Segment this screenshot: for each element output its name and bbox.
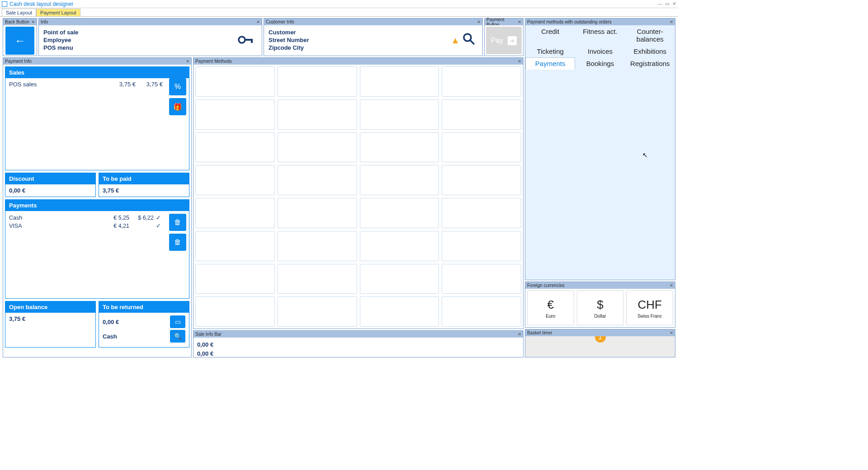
- panel-close-icon[interactable]: ✕: [31, 19, 35, 24]
- titlebar: Cash desk layout designer — ▭ ✕: [0, 0, 678, 8]
- panel-close-icon[interactable]: ✕: [518, 332, 521, 337]
- tab-payments[interactable]: Payments: [525, 57, 575, 70]
- tab-strip: Sale Layout Payment Layout: [0, 8, 678, 17]
- payments-block: Payments Cash € 5,25 $ 6,22 ✓ VISA € 4,2…: [5, 199, 189, 299]
- panel-title: Sale Info Bar: [195, 332, 518, 337]
- panel-title: Basket timer: [527, 330, 670, 335]
- payment-method-slot[interactable]: [442, 66, 521, 97]
- payment-method-slot[interactable]: [278, 165, 357, 195]
- payment-method-slot[interactable]: [278, 66, 357, 97]
- tab-credit[interactable]: Credit: [525, 25, 575, 45]
- panel-close-icon[interactable]: ✕: [477, 19, 481, 24]
- outstanding-tabs: Credit Fitness act. Counter-balances Tic…: [525, 25, 675, 70]
- tab-registrations[interactable]: Registrations: [625, 57, 675, 70]
- payment-method-slot[interactable]: [195, 132, 275, 163]
- panel-close-icon[interactable]: ✕: [670, 283, 673, 288]
- payment-method-slot[interactable]: [360, 231, 439, 261]
- warning-icon[interactable]: ▲: [451, 35, 460, 46]
- search-icon[interactable]: [462, 33, 475, 48]
- currency-name: Swiss Franc: [637, 314, 662, 319]
- payment-method-slot[interactable]: [442, 99, 521, 130]
- payments-header: Payments: [5, 200, 189, 211]
- payment-method-slot[interactable]: [360, 66, 439, 97]
- payment-row: Cash € 5,25 $ 6,22 ✓: [9, 214, 163, 222]
- sales-block: Sales POS sales 3,75 € 3,75 € % 🎁: [5, 66, 189, 170]
- payment-method-slot[interactable]: [360, 165, 439, 195]
- payment-method-slot[interactable]: [195, 99, 275, 130]
- close-icon[interactable]: ✕: [672, 1, 676, 7]
- panel-close-icon[interactable]: ✕: [186, 59, 189, 64]
- percent-button[interactable]: %: [169, 78, 186, 95]
- tab-counter-balances[interactable]: Counter-balances: [625, 25, 675, 45]
- delete-payment-button[interactable]: 🗑: [169, 214, 186, 231]
- payment-method-slot[interactable]: [442, 264, 521, 294]
- currency-tile-euro[interactable]: € Euro: [527, 291, 574, 325]
- payment-method-slot[interactable]: [195, 165, 275, 195]
- payment-method-slot[interactable]: [442, 231, 521, 261]
- open-balance-value: 3,75 €: [9, 315, 25, 322]
- payment-method-slot[interactable]: [278, 99, 357, 130]
- maximize-icon[interactable]: ▭: [665, 1, 670, 7]
- tab-fitness-act[interactable]: Fitness act.: [575, 25, 625, 45]
- customer-line3: Zipcode City: [269, 44, 309, 52]
- payment-method-slot[interactable]: [195, 198, 275, 228]
- discount-header: Discount: [5, 173, 95, 184]
- panel-close-icon[interactable]: ✕: [670, 19, 673, 24]
- tab-ticketing[interactable]: Ticketing: [525, 45, 575, 57]
- panel-outstanding-orders: Payment methods with outstanding orders …: [525, 18, 675, 280]
- payment-method-slot[interactable]: [195, 264, 275, 294]
- check-icon: ✓: [154, 222, 163, 230]
- payment-method-slot[interactable]: [442, 296, 521, 327]
- payment-method-slot[interactable]: [195, 66, 275, 97]
- payment-method-slot[interactable]: [442, 165, 521, 195]
- payment-method-slot[interactable]: [278, 231, 357, 261]
- payment-method-slot[interactable]: [360, 132, 439, 163]
- currency-symbol: $: [597, 298, 603, 312]
- payment-method-slot[interactable]: [442, 198, 521, 228]
- payment-method-slot[interactable]: [278, 198, 357, 228]
- to-be-paid-block: To be paid 3,75 €: [99, 173, 189, 197]
- panel-title: Payment methods with outstanding orders: [527, 19, 670, 24]
- currency-symbol: CHF: [637, 298, 661, 312]
- panel-close-icon[interactable]: ✕: [670, 330, 673, 335]
- cash-return-button[interactable]: ▭: [170, 315, 185, 328]
- workspace: Back Button ✕ ← Info ✕ Point of sale Emp…: [0, 17, 678, 19]
- payment-method-slot[interactable]: [360, 296, 439, 327]
- payment-method-grid: [193, 65, 523, 329]
- currency-symbol: €: [547, 298, 554, 312]
- currency-tile-chf[interactable]: CHF Swiss Franc: [626, 291, 673, 325]
- gift-button[interactable]: 🎁: [169, 98, 186, 115]
- payment-method-slot[interactable]: [278, 296, 357, 327]
- delete-all-payments-button[interactable]: 🗑: [169, 234, 186, 251]
- payment-row-amount1: € 4,21: [105, 222, 129, 230]
- panel-title: Back Button: [5, 19, 31, 24]
- currency-tile-dollar[interactable]: $ Dollar: [577, 291, 624, 325]
- panel-close-icon[interactable]: ✕: [518, 19, 521, 24]
- minimize-icon[interactable]: —: [657, 1, 662, 7]
- pay-button[interactable]: Pay ➜: [486, 27, 522, 54]
- tab-payment-layout[interactable]: Payment Layout: [36, 9, 80, 16]
- sales-header: Sales: [5, 67, 189, 78]
- search-return-button[interactable]: 🔍: [170, 330, 185, 343]
- tab-sale-layout[interactable]: Sale Layout: [2, 9, 36, 16]
- tab-invoices[interactable]: Invoices: [575, 45, 625, 57]
- payment-method-slot[interactable]: [360, 264, 439, 294]
- sale-info-line1: 0,00 €: [197, 340, 519, 349]
- tab-exhibitions[interactable]: Exhibitions: [625, 45, 675, 57]
- back-button[interactable]: ←: [5, 27, 34, 55]
- panel-close-icon[interactable]: ✕: [518, 59, 521, 64]
- svg-line-4: [470, 40, 474, 44]
- payment-method-slot[interactable]: [195, 296, 275, 327]
- tab-bookings[interactable]: Bookings: [575, 57, 625, 70]
- payment-method-slot[interactable]: [360, 198, 439, 228]
- key-icon[interactable]: [237, 34, 254, 47]
- payment-method-slot[interactable]: [278, 132, 357, 163]
- payment-method-slot[interactable]: [442, 132, 521, 163]
- payment-method-slot[interactable]: [278, 264, 357, 294]
- panel-close-icon[interactable]: ✕: [256, 19, 260, 24]
- payment-method-slot[interactable]: [360, 99, 439, 130]
- payment-method-slot[interactable]: [195, 231, 275, 261]
- customer-text: Customer Street Number Zipcode City: [269, 29, 309, 52]
- basket-badge[interactable]: 1: [595, 336, 606, 343]
- sales-row-amount2: 3,75 €: [136, 81, 163, 88]
